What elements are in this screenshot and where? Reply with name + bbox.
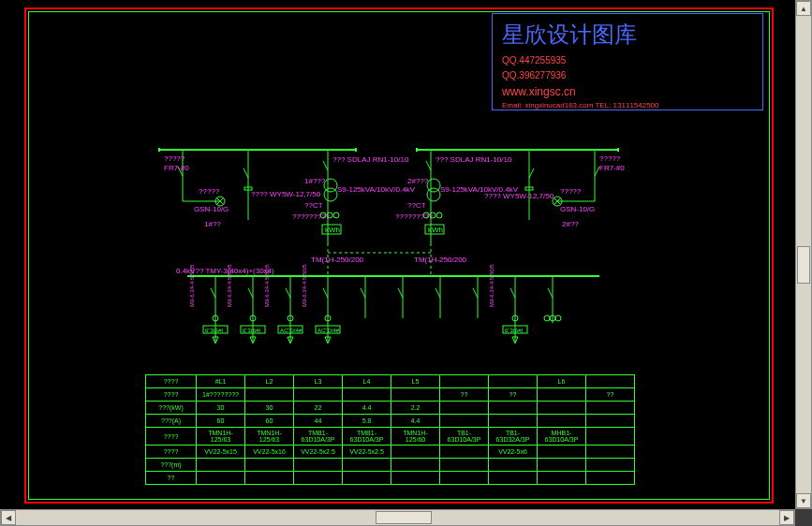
cell: L2 xyxy=(245,375,294,388)
t2-rating: S9-125kVA/10kV/0.4kV xyxy=(440,185,519,194)
table-row: ???(A)6060445.84.4 xyxy=(146,415,635,428)
row-header: ???? xyxy=(146,446,197,459)
t1-meter: ????????? xyxy=(292,212,331,221)
t2-note: 2#??? xyxy=(407,177,429,185)
table-row: ????1#?????????????? xyxy=(146,388,635,402)
scroll-up-button[interactable]: ▲ xyxy=(796,1,811,16)
row-header: ???? xyxy=(146,388,197,402)
cell: VV22-5x2.5 xyxy=(343,446,391,459)
cell xyxy=(586,472,635,485)
svg-text:6"3(6#): 6"3(6#) xyxy=(205,328,223,333)
feeder-5 xyxy=(361,276,365,318)
t2-meter-box: kWh xyxy=(428,226,443,234)
cell: VV22-5x2.5 xyxy=(294,446,343,459)
svg-line-27 xyxy=(323,161,328,170)
svg-line-82 xyxy=(473,288,478,298)
t1-bus: TM(1H-250/200 xyxy=(311,256,364,264)
cell: TB1-63D10A/3P xyxy=(440,428,489,446)
left-incomer-pt: ???? WY5W-12,7/50 xyxy=(251,190,321,198)
cell: 30 xyxy=(197,402,245,415)
cell: VV22-5x15 xyxy=(197,446,245,459)
cell xyxy=(197,472,245,485)
horizontal-scrollbar[interactable]: ◀ ▶ xyxy=(0,509,795,526)
svg-line-37 xyxy=(426,161,431,170)
circuit-schedule-table: ????#L1L2L3L4L5L6????1#?????????????????… xyxy=(145,374,635,485)
cell xyxy=(391,472,440,485)
svg-line-78 xyxy=(398,288,403,298)
cell: ?? xyxy=(586,388,635,402)
svg-point-29 xyxy=(324,188,337,201)
cell: ?? xyxy=(440,388,489,402)
row-header: ???(m) xyxy=(146,459,197,472)
table-row: ????VV22-5x15VV22-5x16VV22-5x2.5VV22-5x2… xyxy=(146,446,635,459)
cell: 2.2 xyxy=(391,402,440,415)
cell xyxy=(245,459,294,472)
cell xyxy=(489,415,538,428)
t2-bus: TM(1H-250/200 xyxy=(414,256,467,264)
cell: TMN1H-125/63 xyxy=(245,428,294,446)
svg-line-69 xyxy=(323,288,328,298)
svg-line-91 xyxy=(548,288,553,298)
cell xyxy=(586,428,635,446)
cell: ?? xyxy=(489,388,538,402)
cell: 4.4 xyxy=(391,415,440,428)
scroll-right-button[interactable]: ▶ xyxy=(779,510,794,525)
cell: 22 xyxy=(294,402,343,415)
cell xyxy=(294,459,343,472)
cell: MHB1-63D10A/3P xyxy=(538,428,586,446)
cell xyxy=(440,459,489,472)
cell: TMN1H-125/63 xyxy=(197,428,245,446)
row-header: ???(kW) xyxy=(146,402,197,415)
scroll-left-button[interactable]: ◀ xyxy=(1,510,16,525)
cell xyxy=(440,375,489,388)
cell xyxy=(489,472,538,485)
svg-text:6"3(6#): 6"3(6#) xyxy=(505,328,523,333)
svg-line-76 xyxy=(361,288,365,298)
row-header: ???? xyxy=(146,375,197,388)
cell xyxy=(489,402,538,415)
cell xyxy=(245,388,294,402)
scroll-down-button[interactable]: ▼ xyxy=(796,493,811,508)
cell xyxy=(586,459,635,472)
svg-line-24 xyxy=(529,168,534,178)
left-incomer-fuse: ????? xyxy=(199,187,220,196)
cell: #L1 xyxy=(197,375,245,388)
left-incomer-tag: ????? xyxy=(164,154,185,163)
right-incomer-bkr: FR7-#0 xyxy=(599,164,625,172)
cell: TB1-63D32A/3P xyxy=(489,428,538,446)
cell xyxy=(489,459,538,472)
right-incomer-iso: GSN-10/G xyxy=(560,205,595,213)
feeder-6 xyxy=(398,276,403,318)
scroll-thumb-horizontal[interactable] xyxy=(376,511,432,524)
svg-text:AC"D/4#: AC"D/4# xyxy=(280,328,303,333)
cell xyxy=(538,388,586,402)
cell xyxy=(586,375,635,388)
cell xyxy=(586,415,635,428)
cell xyxy=(538,402,586,415)
cell xyxy=(197,459,245,472)
svg-text:M3-6.34-4.5 50/5: M3-6.34-4.5 50/5 xyxy=(302,264,307,307)
svg-text:M3-6.34-4.5 50/5: M3-6.34-4.5 50/5 xyxy=(189,264,195,307)
cad-canvas[interactable]: 星欣设计图库 QQ.447255935 QQ.396277936 www.xin… xyxy=(0,0,795,509)
cell: L4 xyxy=(343,375,391,388)
cell xyxy=(294,388,343,402)
right-incomer-tag: ????? xyxy=(599,154,621,163)
right-incomer-note: 2#?? xyxy=(562,220,579,228)
feeder-7 xyxy=(436,276,440,318)
cell xyxy=(538,459,586,472)
svg-text:M3-6.34-4.5 50/5: M3-6.34-4.5 50/5 xyxy=(264,264,270,307)
vertical-scrollbar[interactable]: ▲ ▼ xyxy=(795,0,812,509)
cell xyxy=(391,446,440,459)
svg-text:M3-6.34-4.5 50/5: M3-6.34-4.5 50/5 xyxy=(227,264,232,307)
table-row: ???(kW)3030224.42.2 xyxy=(146,402,635,415)
row-header: ???(A) xyxy=(146,415,197,428)
t2-hvsw: ??? SDLAJ RN1-10/10 xyxy=(436,155,512,164)
row-header: ?? xyxy=(146,472,197,485)
cell: 5.8 xyxy=(343,415,391,428)
feeder-8 xyxy=(473,276,478,318)
cell: VV22-5x6 xyxy=(489,446,538,459)
cell xyxy=(294,472,343,485)
scroll-thumb-vertical[interactable] xyxy=(797,246,810,284)
t1-note: 1#??? xyxy=(304,177,326,185)
cell: TMB1-63D10A/3P xyxy=(343,428,391,446)
